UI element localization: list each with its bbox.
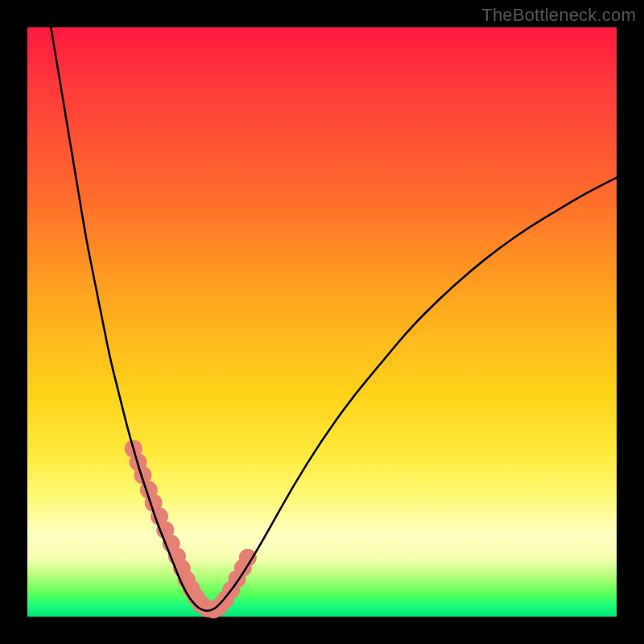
chart-frame: TheBottleneck.com [0, 0, 644, 644]
curve-path [51, 27, 617, 611]
watermark-text: TheBottleneck.com [481, 5, 636, 26]
chart-svg [27, 27, 617, 617]
plot-area [27, 27, 617, 617]
marker-layer [125, 440, 257, 618]
